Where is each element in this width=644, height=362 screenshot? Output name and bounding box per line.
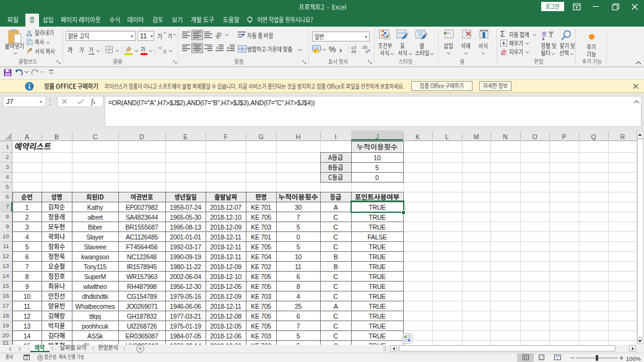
svg-text:.00: .00 [350,50,356,54]
svg-text:.0: .0 [365,50,368,54]
svg-text:호: 호 [541,31,547,37]
svg-text:ab: ab [215,30,223,39]
